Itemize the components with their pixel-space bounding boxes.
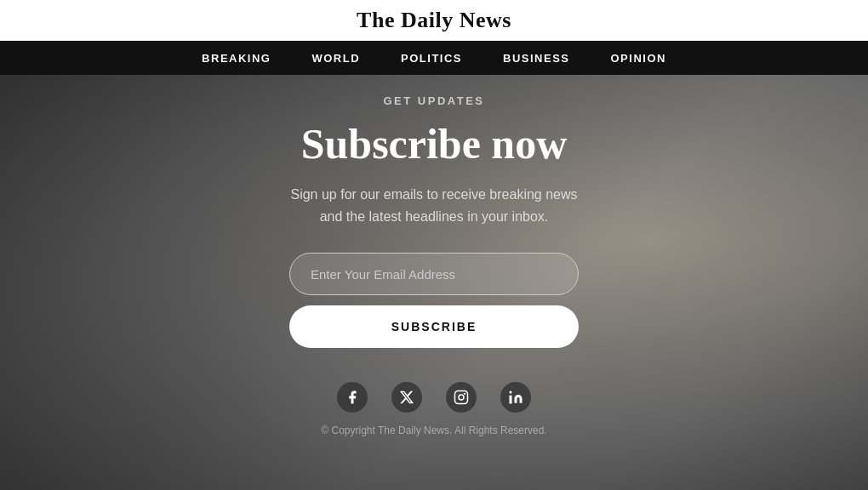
linkedin-icon[interactable]	[500, 382, 531, 413]
subscribe-button[interactable]: SUBSCRIBE	[289, 305, 579, 348]
svg-rect-0	[454, 391, 467, 404]
site-header: The Daily News	[0, 0, 868, 41]
svg-point-2	[464, 393, 465, 395]
nav-item-politics[interactable]: POLITICS	[401, 52, 462, 65]
get-updates-label: GET UPDATES	[384, 94, 485, 107]
hero-section: GET UPDATES Subscribe now Sign up for ou…	[0, 75, 868, 490]
svg-point-4	[509, 391, 511, 394]
nav-item-world[interactable]: WORLD	[311, 52, 360, 65]
hero-content: GET UPDATES Subscribe now Sign up for ou…	[0, 94, 868, 373]
svg-rect-3	[509, 396, 511, 404]
copyright-text: © Copyright The Daily News. All Rights R…	[321, 424, 546, 436]
svg-point-1	[459, 395, 464, 400]
social-icons-group	[337, 382, 531, 413]
nav-item-business[interactable]: BUSINESS	[503, 52, 569, 65]
instagram-icon[interactable]	[446, 382, 477, 413]
subscribe-subtext: Sign up for our emails to receive breaki…	[290, 184, 577, 227]
nav-item-opinion[interactable]: OPINION	[610, 52, 665, 65]
site-title: The Daily News	[357, 8, 511, 33]
twitter-x-icon[interactable]	[391, 382, 422, 413]
nav-item-breaking[interactable]: BREAKING	[202, 52, 271, 65]
email-input[interactable]	[289, 253, 579, 295]
footer-area: © Copyright The Daily News. All Rights R…	[321, 382, 546, 436]
subscribe-heading: Subscribe now	[301, 119, 568, 168]
main-nav: BREAKING WORLD POLITICS BUSINESS OPINION	[0, 41, 868, 75]
facebook-icon[interactable]	[337, 382, 368, 413]
